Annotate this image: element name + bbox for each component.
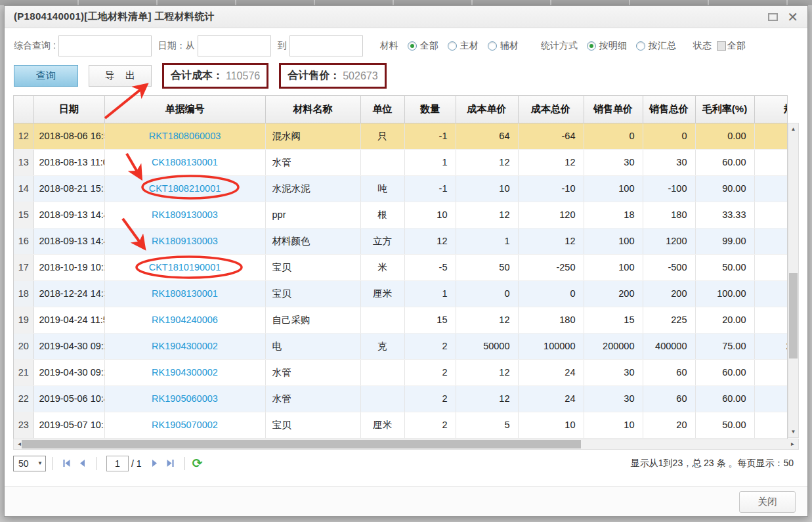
column-header[interactable]: 日期 (33, 96, 104, 123)
stat-option-summary[interactable]: 按汇总 (649, 40, 676, 52)
close-icon[interactable]: ✕ (787, 11, 798, 24)
table-row[interactable]: 162018-09-13 14:45RK1809130003材料颜色立方1211… (14, 228, 788, 254)
query-button[interactable]: 查询 (14, 65, 78, 87)
column-header[interactable]: 成本总价 (518, 96, 584, 123)
query-input[interactable] (58, 35, 152, 56)
table-row[interactable]: 142018-08-21 15:18CKT1808210001水泥水泥吨-110… (14, 175, 788, 202)
document-number-link[interactable]: CK1808130001 (152, 157, 218, 167)
close-button[interactable]: 关闭 (739, 491, 796, 513)
export-button[interactable]: 导 出 (89, 65, 152, 87)
document-number-link[interactable]: CKT1810190001 (149, 262, 221, 272)
table-row[interactable]: 122018-08-06 16:55RKT1808060003混水阀只-164-… (14, 123, 788, 149)
table-row[interactable]: 172018-10-19 10:29CKT1810190001宝贝米-550-2… (14, 254, 788, 280)
material-radio-aux[interactable] (488, 41, 497, 51)
document-number-link[interactable]: RK1905070002 (152, 420, 218, 430)
page-number-input[interactable] (106, 456, 129, 471)
table-cell-cost_price: 12 (456, 202, 518, 228)
table-row[interactable]: 132018-08-13 11:05CK1808130001水管11212303… (14, 149, 788, 175)
vertical-scrollbar[interactable]: ▲ ▼ (788, 123, 799, 438)
table-cell-cost_price: 12 (456, 307, 518, 333)
document-number-link[interactable]: RK1809130003 (152, 236, 218, 246)
maximize-icon[interactable] (768, 13, 778, 21)
vertical-scroll-thumb[interactable] (789, 273, 798, 359)
table-cell-name: 宝贝 (265, 254, 360, 280)
document-number-link[interactable]: RK1809130003 (152, 209, 218, 220)
refresh-icon[interactable]: ⟳ (192, 456, 203, 471)
column-header[interactable]: 单位 (360, 96, 404, 123)
table-cell-num: 14 (14, 175, 33, 202)
table-row[interactable]: 152018-09-13 14:45RK1809130003ppr根101212… (14, 202, 788, 228)
document-number-cell[interactable]: RK1809130003 (104, 228, 265, 254)
document-number-link[interactable]: RK1904240006 (152, 315, 218, 325)
table-cell-spec (754, 385, 788, 412)
document-number-link[interactable]: RK1904300002 (152, 367, 218, 378)
last-page-button[interactable] (164, 457, 177, 470)
document-number-cell[interactable]: RK1905060003 (104, 385, 265, 412)
document-number-cell[interactable]: CKT1808210001 (104, 175, 265, 202)
first-page-button[interactable] (60, 457, 73, 470)
stat-radio-summary[interactable] (636, 41, 645, 51)
document-number-cell[interactable]: CKT1810190001 (104, 254, 265, 280)
table-row[interactable]: 212019-04-30 09:24RK1904300002水管21224306… (14, 359, 788, 385)
prev-page-button[interactable] (75, 457, 89, 470)
table-cell-spec (754, 175, 788, 202)
table-row[interactable]: 182018-12-24 14:33RK1808130001宝贝厘米100200… (14, 280, 788, 307)
column-header[interactable]: 材料名称 (265, 96, 360, 123)
table-cell-cost_total: 120 (518, 202, 584, 228)
document-number-cell[interactable]: RK1904300002 (104, 359, 265, 385)
column-header[interactable]: 规格 (754, 96, 788, 123)
page-size-select[interactable]: 50 ▼ (13, 456, 46, 471)
table-cell-unit (360, 359, 404, 385)
table-cell-num: 16 (14, 228, 33, 254)
status-option-all[interactable]: 全部 (727, 40, 746, 52)
document-number-link[interactable]: RK1904300002 (152, 341, 218, 351)
table-cell-margin: 33.33 (695, 202, 754, 228)
material-radio-all[interactable] (408, 41, 417, 51)
date-to-input[interactable] (289, 35, 363, 56)
column-header[interactable]: 成本单价 (456, 96, 518, 123)
document-number-cell[interactable]: RK1808130001 (104, 280, 265, 307)
material-option-aux[interactable]: 辅材 (500, 40, 519, 52)
document-number-link[interactable]: CKT1808210001 (149, 183, 221, 194)
status-checkbox[interactable] (717, 41, 726, 51)
column-header[interactable]: 数量 (404, 96, 456, 123)
table-cell-sale_price: 30 (584, 385, 643, 412)
document-number-link[interactable]: RK1808130001 (152, 288, 218, 299)
column-header[interactable] (14, 96, 33, 123)
column-header[interactable]: 毛利率(%) (695, 96, 754, 123)
date-from-input[interactable] (198, 35, 271, 56)
table-cell-num: 17 (14, 254, 33, 280)
table-cell-sale_total: -500 (643, 254, 695, 280)
table-cell-spec (754, 202, 788, 228)
column-header[interactable]: 单据编号 (104, 96, 265, 123)
scroll-right-icon[interactable]: ► (788, 439, 798, 449)
document-number-cell[interactable]: RK1809130003 (104, 202, 265, 228)
table-cell-date: 2018-09-13 14:45 (33, 228, 104, 254)
table-row[interactable]: 202019-04-30 09:24RK1904300002电克25000010… (14, 333, 788, 359)
table-cell-margin: 100.00 (695, 280, 754, 307)
stat-radio-detail[interactable] (587, 41, 596, 51)
column-header[interactable]: 销售单价 (584, 96, 643, 123)
horizontal-scroll-thumb[interactable] (22, 440, 581, 448)
document-number-cell[interactable]: CK1808130001 (104, 149, 265, 175)
horizontal-scrollbar[interactable]: ◄ ► (13, 439, 799, 450)
document-number-cell[interactable]: RK1904300002 (104, 333, 265, 359)
document-number-link[interactable]: RKT1808060003 (149, 131, 221, 141)
table-row[interactable]: 232019-05-07 10:13RK1905070002宝贝厘米251010… (14, 412, 788, 438)
material-radio-main[interactable] (448, 41, 457, 51)
scroll-up-icon[interactable]: ▲ (788, 124, 798, 134)
stat-option-detail[interactable]: 按明细 (599, 40, 627, 52)
material-option-all[interactable]: 全部 (420, 40, 438, 52)
column-header[interactable]: 销售总价 (643, 96, 695, 123)
next-page-button[interactable] (148, 457, 161, 470)
scroll-down-icon[interactable]: ▼ (788, 427, 798, 437)
table-row[interactable]: 222019-05-06 10:42RK1905060003水管21224306… (14, 385, 788, 412)
document-number-cell[interactable]: RKT1808060003 (104, 123, 265, 149)
document-number-link[interactable]: RK1905060003 (152, 393, 218, 404)
document-number-cell[interactable]: RK1905070002 (104, 412, 265, 438)
material-option-main[interactable]: 主材 (460, 40, 479, 52)
table-row[interactable]: 192019-04-24 11:57RK1904240006自己采购151218… (14, 307, 788, 333)
table-cell-num: 18 (14, 280, 33, 307)
document-number-cell[interactable]: RK1904240006 (104, 307, 265, 333)
table-cell-sale_total: 30 (643, 149, 695, 175)
